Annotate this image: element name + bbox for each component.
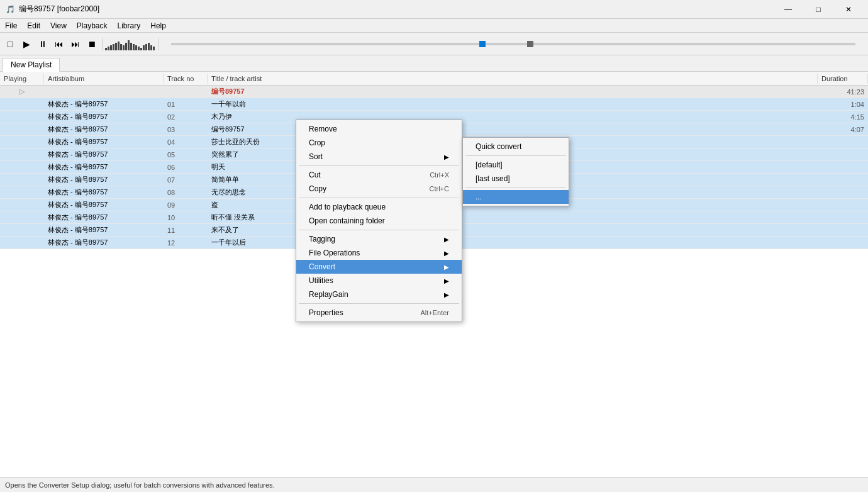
context-menu-item-label: Utilities [309, 276, 333, 285]
context-menu-item-label: File Operations [309, 249, 360, 257]
seek-track[interactable] [171, 43, 855, 45]
trackno-cell: 10 [164, 213, 208, 222]
tab-bar: New Playlist [0, 55, 868, 72]
artist-cell: 林俊杰 - 编号89757 [44, 187, 164, 198]
context-menu-item-file-operations[interactable]: File Operations▶ [296, 246, 462, 260]
context-menu-separator [299, 230, 459, 230]
play-button[interactable]: ▶ [19, 36, 34, 52]
duration-cell [818, 242, 868, 243]
context-menu-item-replaygain[interactable]: ReplayGain▶ [296, 288, 462, 301]
artist-cell: 林俊杰 - 编号89757 [44, 149, 164, 160]
window-controls: — □ ✕ [774, 0, 863, 19]
duration-cell: 4:15 [818, 113, 868, 121]
playing-cell [0, 167, 44, 168]
context-menu-item-label: Sort [309, 152, 323, 161]
playing-cell [0, 242, 44, 243]
playing-cell [0, 230, 44, 231]
submenu-item-quick-convert[interactable]: Quick convert [463, 140, 569, 154]
submenu-arrow-icon: ▶ [444, 277, 449, 284]
context-menu-item-label: Cut [309, 171, 321, 179]
playing-cell [0, 104, 44, 105]
table-row[interactable]: 林俊杰 - 编号8975701一千年以前1:04 [0, 98, 868, 111]
trackno-cell: 06 [164, 163, 208, 172]
playing-cell [0, 204, 44, 206]
col-title: Title / track artist [208, 74, 818, 84]
menu-item-edit[interactable]: Edit [22, 20, 45, 31]
menu-item-file[interactable]: File [0, 20, 22, 31]
menu-item-playback[interactable]: Playback [72, 20, 113, 31]
submenu-item--default-[interactable]: [default] [463, 158, 569, 172]
seek-thumb[interactable] [479, 41, 486, 47]
context-menu-item-properties[interactable]: PropertiesAlt+Enter [296, 306, 462, 320]
stop2-button[interactable]: ⏹ [84, 36, 99, 52]
artist-cell: 林俊杰 - 编号89757 [44, 99, 164, 109]
submenu-arrow-icon: ▶ [444, 154, 449, 160]
title-bar: 🎵 编号89757 [foobar2000] — □ ✕ [0, 0, 868, 19]
toolbar-sep2 [158, 38, 159, 50]
playing-cell [0, 217, 44, 218]
submenu-item--last-used-[interactable]: [last used] [463, 172, 569, 186]
status-text: Opens the Converter Setup dialog; useful… [5, 481, 275, 489]
seek-thumb2[interactable] [527, 41, 533, 47]
trackno-cell: 09 [164, 201, 208, 210]
toolbar: □ ▶ ⏸ ⏮ ⏭ ⏹ [0, 33, 868, 55]
context-menu-item-remove[interactable]: Remove [296, 122, 462, 136]
context-menu-item-label: Add to playback queue [309, 203, 386, 211]
playing-cell [0, 129, 44, 130]
col-duration: Duration [818, 74, 868, 84]
artist-cell: 林俊杰 - 编号89757 [44, 199, 164, 210]
stop-button[interactable]: □ [3, 36, 18, 52]
menu-bar: FileEditViewPlaybackLibraryHelp [0, 19, 868, 33]
maximize-button[interactable]: □ [804, 0, 833, 19]
menu-item-help[interactable]: Help [145, 20, 171, 31]
context-menu-item-add-to-playback-queue[interactable]: Add to playback queue [296, 200, 462, 214]
context-menu-item-convert[interactable]: Convert▶ [296, 260, 462, 274]
context-menu-item-cut[interactable]: CutCtrl+X [296, 168, 462, 182]
context-menu-item-copy[interactable]: CopyCtrl+C [296, 182, 462, 196]
menu-item-view[interactable]: View [45, 20, 72, 31]
trackno-cell: 08 [164, 188, 208, 197]
duration-cell [818, 204, 868, 206]
artist-cell: 林俊杰 - 编号89757 [44, 225, 164, 235]
submenu-arrow-icon: ▶ [444, 236, 449, 243]
col-artist: Artist/album [44, 74, 164, 84]
artist-cell: 林俊杰 - 编号89757 [44, 137, 164, 147]
minimize-button[interactable]: — [774, 0, 803, 19]
context-menu-item-label: Open containing folder [309, 216, 385, 225]
table-row[interactable]: ▷编号8975741:23 [0, 86, 868, 98]
context-menu-item-open-containing-folder[interactable]: Open containing folder [296, 214, 462, 228]
next-button[interactable]: ⏭ [68, 36, 83, 52]
duration-cell: 4:07 [818, 125, 868, 134]
duration-cell: 1:04 [818, 100, 868, 109]
playing-cell [0, 192, 44, 193]
submenu-arrow-icon: ▶ [444, 264, 449, 271]
context-menu-item-label: Crop [309, 138, 325, 147]
context-menu-item-utilities[interactable]: Utilities▶ [296, 274, 462, 288]
context-menu-separator [299, 303, 459, 304]
artist-cell: 林俊杰 - 编号89757 [44, 162, 164, 172]
context-menu-item-label: ReplayGain [309, 290, 348, 299]
status-bar: Opens the Converter Setup dialog; useful… [0, 477, 868, 492]
context-menu-item-crop[interactable]: Crop [296, 136, 462, 150]
duration-cell [818, 154, 868, 155]
context-menu-item-label: Tagging [309, 235, 335, 243]
close-button[interactable]: ✕ [834, 0, 863, 19]
playing-cell [0, 154, 44, 155]
context-menu-item-sort[interactable]: Sort▶ [296, 150, 462, 164]
context-menu-separator [299, 165, 459, 166]
context-menu-item-tagging[interactable]: Tagging▶ [296, 232, 462, 246]
duration-cell [818, 192, 868, 193]
context-menu-shortcut: Alt+Enter [420, 309, 449, 316]
pause-button[interactable]: ⏸ [35, 36, 50, 52]
artist-cell: 林俊杰 - 编号89757 [44, 111, 164, 122]
duration-cell [818, 179, 868, 181]
trackno-cell: 02 [164, 113, 208, 121]
playing-cell: ▷ [0, 87, 44, 96]
tab-new-playlist[interactable]: New Playlist [3, 58, 60, 72]
prev-button[interactable]: ⏮ [52, 36, 67, 52]
menu-item-library[interactable]: Library [113, 20, 146, 31]
app-icon: 🎵 [5, 4, 15, 14]
seek-area[interactable] [166, 43, 860, 45]
submenu-item-...[interactable]: ... [463, 190, 569, 204]
col-playing: Playing [0, 74, 44, 84]
